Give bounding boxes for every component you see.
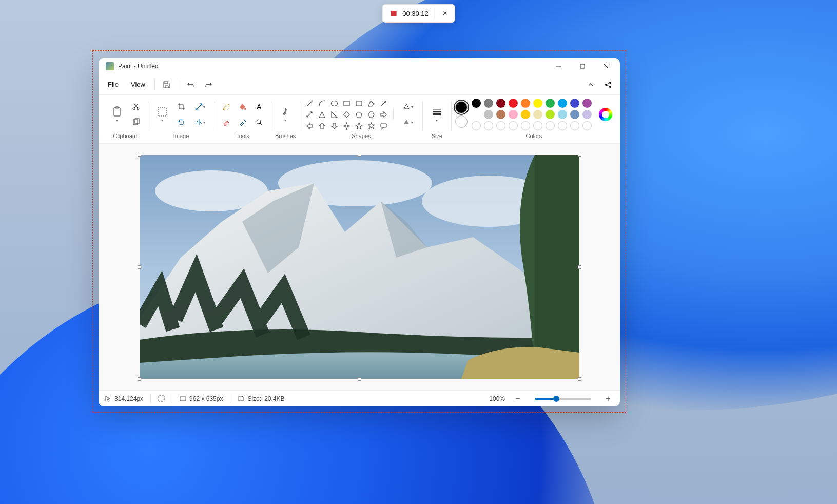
color-swatch[interactable]: [533, 99, 542, 108]
paste-button[interactable]: ▾: [107, 102, 127, 127]
resize-handle-tr[interactable]: [578, 153, 581, 157]
shape-two-arrow[interactable]: [304, 109, 315, 120]
color-swatch[interactable]: [582, 110, 592, 119]
cut-button[interactable]: [128, 100, 144, 114]
shape-hexagon[interactable]: [365, 109, 377, 120]
resize-handle-b[interactable]: [358, 377, 361, 381]
color-swatch-empty[interactable]: [509, 121, 518, 130]
zoom-slider-thumb[interactable]: [553, 396, 559, 402]
zoom-slider[interactable]: [535, 398, 591, 400]
color-swatch-empty[interactable]: [521, 121, 530, 130]
shape-rect[interactable]: [341, 98, 352, 108]
canvas-image[interactable]: [140, 155, 579, 379]
color-swatch[interactable]: [570, 99, 579, 108]
color-swatch-empty[interactable]: [472, 121, 481, 130]
color-swatch[interactable]: [472, 99, 481, 108]
color-swatch[interactable]: [509, 110, 518, 119]
shape-arrow-left[interactable]: [304, 121, 315, 131]
select-button[interactable]: ▾: [152, 102, 172, 127]
redo-button[interactable]: [200, 76, 217, 93]
color-swatch[interactable]: [484, 110, 493, 119]
shape-right-tri[interactable]: [328, 109, 340, 120]
maximize-button[interactable]: [571, 58, 594, 74]
shape-star6[interactable]: [365, 121, 377, 131]
rotate-button[interactable]: [173, 115, 189, 129]
shape-callout[interactable]: [378, 121, 389, 131]
save-button[interactable]: [158, 76, 176, 93]
crop-button[interactable]: [173, 100, 189, 114]
color-swatch[interactable]: [570, 110, 579, 119]
color-swatch-empty[interactable]: [582, 121, 592, 130]
share-button[interactable]: [599, 76, 617, 93]
resize-handle-r[interactable]: [578, 265, 581, 269]
color-swatch-empty[interactable]: [558, 121, 567, 130]
shape-pentagon[interactable]: [353, 109, 364, 120]
color-swatch[interactable]: [533, 110, 542, 119]
color-swatch[interactable]: [472, 110, 481, 119]
shape-polygon[interactable]: [365, 98, 377, 108]
shape-oval[interactable]: [328, 98, 340, 108]
color-swatch-empty[interactable]: [533, 121, 542, 130]
color2[interactable]: [455, 115, 468, 128]
shape-star4[interactable]: [341, 121, 352, 131]
shape-arrow-right[interactable]: [378, 109, 389, 120]
size-value: 20.4KB: [264, 395, 284, 402]
color-picker-tool[interactable]: [235, 115, 250, 129]
pencil-tool[interactable]: [219, 100, 234, 114]
shape-diamond[interactable]: [341, 109, 352, 120]
color-swatch[interactable]: [509, 99, 518, 108]
shape-star5[interactable]: [353, 121, 364, 131]
brushes-button[interactable]: ▾: [275, 102, 296, 127]
undo-button[interactable]: [182, 76, 200, 93]
menu-file[interactable]: File: [102, 77, 125, 91]
color-swatch-empty[interactable]: [546, 121, 555, 130]
color-swatch[interactable]: [521, 99, 530, 108]
resize-handle-br[interactable]: [578, 377, 581, 381]
color1[interactable]: [455, 101, 468, 113]
color-swatch-empty[interactable]: [484, 121, 493, 130]
color-swatch[interactable]: [582, 99, 592, 108]
magnifier-tool[interactable]: [251, 115, 267, 129]
resize-handle-tl[interactable]: [138, 153, 141, 157]
color-swatch[interactable]: [558, 110, 567, 119]
resize-handle-bl[interactable]: [138, 377, 141, 381]
zoom-out-button[interactable]: −: [512, 393, 523, 404]
resize-handle-t[interactable]: [358, 153, 361, 157]
shape-roundrect[interactable]: [353, 98, 364, 108]
color-swatch[interactable]: [496, 99, 505, 108]
color-swatch[interactable]: [521, 110, 530, 119]
shape-triangle[interactable]: [316, 109, 327, 120]
shape-outline-button[interactable]: ▾: [398, 100, 418, 114]
shape-fill-button[interactable]: ▾: [398, 115, 418, 129]
zoom-in-button[interactable]: +: [602, 393, 614, 404]
size-button[interactable]: ▾: [426, 102, 447, 127]
copy-button[interactable]: [128, 115, 144, 129]
flip-button[interactable]: ▾: [190, 115, 210, 129]
minimize-button[interactable]: [547, 58, 571, 74]
shape-arrow-up[interactable]: [316, 121, 327, 131]
color-swatch[interactable]: [546, 99, 555, 108]
color-swatch[interactable]: [546, 110, 555, 119]
color-swatch[interactable]: [558, 99, 567, 108]
eraser-tool[interactable]: [219, 115, 234, 129]
recorder-close-button[interactable]: ✕: [435, 4, 455, 23]
shape-line[interactable]: [304, 98, 315, 108]
fill-tool[interactable]: [235, 100, 250, 114]
shape-arrow-ne[interactable]: [378, 98, 389, 108]
menu-view[interactable]: View: [125, 77, 151, 91]
color-swatch[interactable]: [496, 110, 505, 119]
canvas-area[interactable]: [99, 144, 620, 390]
window-title: Paint - Untitled: [118, 63, 547, 70]
shape-arrow-down[interactable]: [328, 121, 340, 131]
text-tool[interactable]: A: [251, 100, 267, 114]
titlebar[interactable]: Paint - Untitled: [99, 58, 620, 74]
collapse-ribbon-button[interactable]: [582, 76, 599, 93]
resize-handle-l[interactable]: [138, 265, 141, 269]
resize-button[interactable]: ▾: [190, 100, 210, 114]
color-swatch-empty[interactable]: [570, 121, 579, 130]
color-swatch-empty[interactable]: [496, 121, 505, 130]
edit-colors-button[interactable]: [599, 108, 612, 121]
shape-curve[interactable]: [316, 98, 327, 108]
close-button[interactable]: [594, 58, 618, 74]
color-swatch[interactable]: [484, 99, 493, 108]
